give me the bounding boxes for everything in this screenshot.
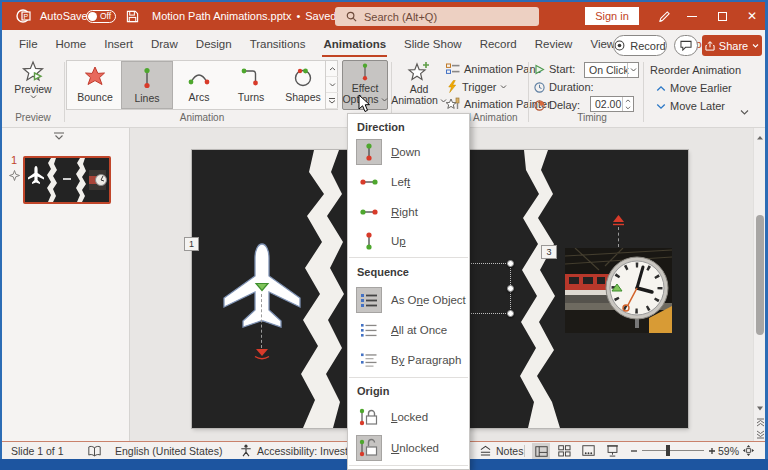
motion-path-end-arrow[interactable] <box>254 348 270 361</box>
notes-button[interactable]: Notes <box>479 442 523 459</box>
start-dropdown-icon[interactable] <box>627 63 638 77</box>
animation-group-label: Animation <box>66 112 338 123</box>
tab-insert[interactable]: Insert <box>95 30 142 58</box>
gallery-item-shapes[interactable]: Shapes <box>277 61 329 109</box>
tab-design[interactable]: Design <box>187 30 241 58</box>
menu-item-by-paragraph[interactable]: By Paragraph <box>348 345 469 375</box>
duration-stepper[interactable] <box>622 97 633 111</box>
ribbon-display-pen-icon[interactable] <box>650 2 678 30</box>
slide-sorter-view-button[interactable] <box>558 442 571 459</box>
motion-path-line[interactable] <box>618 227 619 247</box>
reading-view-button[interactable] <box>582 442 595 459</box>
tab-home[interactable]: Home <box>47 30 96 58</box>
titlebar: P AutoSave Off Motion Path Animations.pp… <box>2 2 765 30</box>
tab-slide-show[interactable]: Slide Show <box>395 30 471 58</box>
duration-input[interactable]: 02.00 <box>590 96 634 112</box>
gallery-item-arcs[interactable]: Arcs <box>173 61 225 109</box>
animation-number-badge-3[interactable]: 3 <box>541 245 557 259</box>
zoom-slider-track[interactable] <box>642 450 704 451</box>
move-later-button[interactable]: Move Later <box>656 100 725 112</box>
fit-slide-to-window-icon[interactable] <box>742 442 755 459</box>
menu-item-right[interactable]: Right <box>348 197 469 227</box>
arcs-icon <box>187 66 211 88</box>
menu-item-label: Unlocked <box>391 442 439 454</box>
close-button[interactable]: ✕ <box>738 2 766 30</box>
collapse-ribbon-icon[interactable] <box>740 110 749 115</box>
menu-item-unlocked[interactable]: Unlocked <box>348 432 469 463</box>
tab-record[interactable]: Record <box>471 30 526 58</box>
gallery-item-bounce[interactable]: Bounce <box>69 61 121 109</box>
statusbar-divider <box>524 445 525 457</box>
thumbnail-pane-more-icon[interactable] <box>52 132 66 141</box>
animation-number-badge-1[interactable]: 1 <box>184 237 199 251</box>
slide-1-thumbnail[interactable] <box>23 156 111 204</box>
selection-handle[interactable] <box>507 285 514 292</box>
preview-button[interactable]: Preview <box>7 60 59 110</box>
motion-path-up-end-arrow[interactable] <box>611 214 626 226</box>
turns-icon <box>239 66 263 88</box>
direction-up-icon <box>356 228 382 254</box>
zoom-slider-thumb[interactable] <box>666 445 670 456</box>
menu-item-label: All at Once <box>391 324 447 336</box>
motion-path-start-marker[interactable] <box>611 283 623 292</box>
start-select[interactable]: On Click <box>584 62 639 78</box>
menu-item-label: By Paragraph <box>391 354 461 366</box>
next-slide-icon[interactable] <box>754 427 766 441</box>
slideshow-view-button[interactable] <box>606 442 619 459</box>
notes-icon <box>479 445 492 456</box>
selection-handle[interactable] <box>507 260 514 267</box>
spellcheck-book-icon[interactable] <box>88 442 101 459</box>
trigger-button[interactable]: Trigger <box>446 80 507 93</box>
language-selector[interactable]: English (United States) <box>115 442 222 459</box>
autosave-toggle[interactable]: Off <box>86 2 116 30</box>
normal-view-button[interactable] <box>532 443 550 459</box>
motion-path-line[interactable] <box>261 294 262 348</box>
gallery-item-turns[interactable]: Turns <box>225 61 277 109</box>
zoom-out-button[interactable] <box>630 442 638 459</box>
vertical-scrollbar[interactable] <box>753 128 765 441</box>
menu-item-label: Down <box>391 146 420 158</box>
save-icon[interactable] <box>126 2 139 30</box>
menu-item-as-one-object[interactable]: As One Object <box>348 284 469 315</box>
title-separator: • <box>296 10 300 22</box>
duration-value: 02.00 <box>595 98 621 110</box>
gallery-item-label: Arcs <box>189 91 210 103</box>
menu-item-up[interactable]: Up <box>348 227 469 255</box>
zoom-level[interactable]: 59% <box>718 442 739 459</box>
scroll-down-icon[interactable] <box>754 401 766 415</box>
comments-button[interactable] <box>674 35 698 56</box>
gallery-item-lines-selected[interactable]: Lines <box>121 61 173 109</box>
tab-file[interactable]: File <box>10 30 47 58</box>
gallery-scroll-up-icon[interactable] <box>326 61 338 77</box>
preview-group-label: Preview <box>2 112 64 123</box>
minimize-button[interactable] <box>678 2 706 30</box>
tab-review[interactable]: Review <box>526 30 582 58</box>
search-input[interactable]: Search (Alt+Q) <box>335 7 539 26</box>
menu-item-locked[interactable]: Locked <box>348 402 469 432</box>
share-button[interactable]: Share <box>702 35 762 56</box>
animation-star-icon[interactable] <box>9 170 20 181</box>
menu-item-down[interactable]: Down <box>348 137 469 167</box>
move-earlier-button[interactable]: Move Earlier <box>656 82 732 94</box>
by-paragraph-icon <box>356 347 382 373</box>
gallery-scroll-down-icon[interactable] <box>326 77 338 93</box>
sign-in-button[interactable]: Sign in <box>585 7 639 25</box>
gallery-more-icon[interactable] <box>326 93 338 109</box>
record-button[interactable]: Record <box>613 35 667 56</box>
menu-item-all-at-once[interactable]: All at Once <box>348 315 469 345</box>
scroll-up-icon[interactable] <box>754 130 766 144</box>
selection-handle[interactable] <box>507 310 514 317</box>
tab-transitions[interactable]: Transitions <box>241 30 315 58</box>
maximize-button[interactable] <box>708 2 736 30</box>
tab-animations[interactable]: Animations <box>314 30 395 58</box>
slide-counter: Slide 1 of 1 <box>11 442 64 459</box>
tab-draw[interactable]: Draw <box>142 30 187 58</box>
search-placeholder: Search (Alt+Q) <box>364 11 437 23</box>
scrollbar-thumb[interactable] <box>756 215 764 335</box>
start-label: Start: <box>549 63 575 75</box>
menu-item-left[interactable]: Left <box>348 167 469 197</box>
menu-item-label: Left <box>391 176 410 188</box>
zoom-in-button[interactable] <box>708 442 716 459</box>
motion-path-start-arrow[interactable] <box>254 282 270 292</box>
add-animation-button[interactable]: Add Animation <box>394 60 444 110</box>
